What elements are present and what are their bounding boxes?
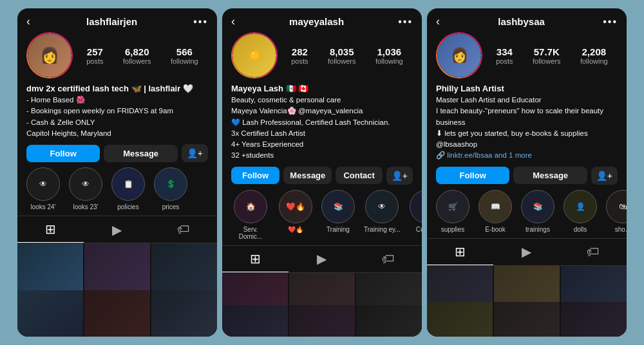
- tab-reels-3[interactable]: ▶: [493, 239, 560, 265]
- photo-cell-1-4[interactable]: [17, 290, 83, 337]
- back-icon-2[interactable]: ‹: [231, 15, 235, 28]
- more-icon-2[interactable]: •••: [398, 16, 413, 28]
- add-person-button-1[interactable]: 👤+: [182, 144, 208, 162]
- avatar-3: 👩: [436, 32, 482, 79]
- message-button-1[interactable]: Message: [104, 145, 177, 162]
- profile-stats-2: ☀️ 282 posts 8,035 followers 1,036 follo…: [222, 32, 422, 84]
- highlights-2: 🏠 Serv. Domic... ❤️🔥 ❤️🔥 📚 Training 👁 Tr…: [222, 190, 422, 245]
- profile-stats-3: 👩 334 posts 57.7K followers 2,208 follow…: [427, 32, 627, 84]
- highlight-fire[interactable]: ❤️🔥 ❤️🔥: [279, 190, 312, 240]
- photo-grid-3: ▶: [427, 266, 627, 337]
- highlight-policies[interactable]: 📋 policies: [111, 167, 145, 210]
- bio-2: Mayeya Lash 🇲🇽 🇨🇦 Beauty, cosmetic & per…: [222, 84, 422, 167]
- bio-link-3[interactable]: 🔗 linktr.ee/lbsaa and 1 more: [436, 151, 532, 159]
- header-2: ‹ mayeyalash •••: [222, 8, 422, 32]
- stat-followers-2: 8,035 followers: [328, 46, 355, 65]
- highlight-prices[interactable]: 💲 prices: [154, 167, 187, 210]
- add-person-icon-2: 👤+: [392, 171, 408, 181]
- phone-mayeyalash: ‹ mayeyalash ••• ☀️ 282 posts 8,035 foll…: [222, 8, 422, 337]
- bio-name-2: Mayeya Lash 🇲🇽 🇨🇦: [231, 84, 413, 93]
- bio-name-1: dmv 2x certified lash tech 🦋 | lashflair…: [26, 84, 208, 93]
- back-icon-1[interactable]: ‹: [26, 15, 30, 28]
- follow-button-3[interactable]: Follow: [436, 167, 509, 184]
- stat-posts-1: 257 posts: [86, 46, 103, 65]
- tab-reels-1[interactable]: ▶: [84, 216, 150, 243]
- highlight-serv[interactable]: 🏠 Serv. Domic...: [231, 190, 270, 240]
- add-person-button-2[interactable]: 👤+: [386, 167, 413, 185]
- message-button-2[interactable]: Message: [283, 167, 332, 184]
- username-3: lashbysaa: [498, 16, 545, 27]
- contact-button-2[interactable]: Contact: [336, 167, 382, 184]
- highlight-shop[interactable]: 🛍 sho...: [606, 190, 627, 233]
- add-person-icon-3: 👤+: [596, 171, 612, 181]
- back-icon-3[interactable]: ‹: [436, 15, 440, 28]
- photo-grid-2: LAS PESTAÑAS NOHACEN DIFERENCIA ▶ ▶: [222, 273, 422, 337]
- grid-icon-1: ⊞: [45, 221, 56, 237]
- username-2: mayeyalash: [289, 16, 344, 27]
- add-person-icon-1: 👤+: [187, 148, 203, 158]
- profile-stats-1: 👩 257 posts 6,820 followers 566 followin…: [17, 32, 217, 84]
- follow-button-2[interactable]: Follow: [231, 167, 279, 184]
- tab-tagged-1[interactable]: 🏷: [151, 216, 217, 243]
- stat-followers-3: 57.7K followers: [533, 46, 560, 65]
- bio-text-3: Master Lash Artist and Educator I teach …: [436, 95, 618, 162]
- tagged-icon-3: 🏷: [587, 245, 600, 259]
- grid-icon-3: ⊞: [455, 244, 466, 259]
- phone-lashbysaa: ‹ lashbysaa ••• 👩 334 posts 57.7K follow…: [427, 8, 627, 337]
- tab-bar-1: ⊞ ▶ 🏷: [17, 216, 217, 243]
- tab-tagged-3[interactable]: 🏷: [560, 239, 627, 265]
- tab-reels-2[interactable]: ▶: [289, 246, 355, 272]
- photo-cell-2-6[interactable]: ▶: [356, 305, 422, 337]
- add-person-button-3[interactable]: 👤+: [591, 167, 618, 185]
- highlights-1: 👁 looks 24' 👁 looks 23' 📋 policies 💲 pri…: [17, 167, 217, 216]
- photo-cell-2-4[interactable]: [222, 305, 288, 337]
- photo-cell-3-4[interactable]: [427, 302, 493, 337]
- stats-group-3: 334 posts 57.7K followers 2,208 followin…: [486, 46, 618, 65]
- photo-cell-2-5[interactable]: [289, 305, 355, 337]
- highlight-ebook[interactable]: 📖 E-book: [478, 190, 512, 233]
- action-buttons-1: Follow Message 👤+: [17, 144, 217, 167]
- message-button-3[interactable]: Message: [513, 167, 587, 184]
- tab-bar-2: ⊞ ▶ 🏷: [222, 245, 422, 273]
- stat-followers-1: 6,820 followers: [123, 46, 151, 65]
- reels-icon-3: ▶: [522, 244, 531, 259]
- grid-icon-2: ⊞: [250, 251, 261, 266]
- header-1: ‹ lashflairjen •••: [17, 8, 217, 32]
- highlight-training-eye[interactable]: 👁 Training ey...: [364, 190, 401, 240]
- bio-3: Philly Lash Artist Master Lash Artist an…: [427, 84, 627, 167]
- phone-lashflairjen: ‹ lashflairjen ••• 👩 257 posts 6,820 fol…: [17, 8, 217, 337]
- header-3: ‹ lashbysaa •••: [427, 8, 627, 32]
- highlight-trainings[interactable]: 📚 trainings: [521, 190, 554, 233]
- highlight-looks23[interactable]: 👁 looks 23': [69, 167, 102, 210]
- more-icon-1[interactable]: •••: [193, 16, 208, 28]
- more-icon-3[interactable]: •••: [603, 16, 618, 28]
- stat-following-1: 566 following: [171, 46, 198, 65]
- username-1: lashflairjen: [86, 16, 137, 27]
- photo-cell-3-6[interactable]: [561, 302, 627, 337]
- phones-container: ‹ lashflairjen ••• 👩 257 posts 6,820 fol…: [10, 1, 634, 344]
- tagged-icon-1: 🏷: [177, 222, 190, 237]
- follow-button-1[interactable]: Follow: [26, 145, 100, 162]
- highlights-3: 🛒 supplies 📖 E-book 📚 trainings 👤 dolls …: [427, 190, 627, 238]
- bio-text-2: Beauty, cosmetic & personal care Mayeya …: [231, 95, 413, 162]
- photo-cell-3-5[interactable]: [494, 302, 560, 337]
- stat-posts-3: 334 posts: [496, 46, 513, 65]
- highlight-looks24[interactable]: 👁 looks 24': [26, 167, 60, 210]
- photo-cell-1-6[interactable]: ▶: [151, 290, 217, 337]
- bio-name-3: Philly Lash Artist: [436, 84, 618, 93]
- stat-following-2: 1,036 following: [375, 46, 403, 65]
- highlight-dolls[interactable]: 👤 dolls: [564, 190, 597, 233]
- tab-tagged-2[interactable]: 🏷: [355, 246, 422, 272]
- bio-1: dmv 2x certified lash tech 🦋 | lashflair…: [17, 84, 217, 144]
- tab-grid-3[interactable]: ⊞: [427, 239, 493, 265]
- tagged-icon-2: 🏷: [382, 252, 395, 266]
- photo-cell-1-5[interactable]: [84, 290, 150, 337]
- tab-grid-1[interactable]: ⊞: [17, 216, 84, 243]
- highlight-training[interactable]: 📚 Training: [321, 190, 355, 240]
- tab-grid-2[interactable]: ⊞: [222, 246, 289, 272]
- highlight-supplies[interactable]: 🛒 supplies: [436, 190, 469, 233]
- stat-following-3: 2,208 following: [580, 46, 608, 65]
- stats-group-2: 282 posts 8,035 followers 1,036 followin…: [281, 46, 413, 65]
- photo-grid-1: ▶ ▶: [17, 243, 217, 337]
- highlight-cursos[interactable]: 🎓 Cursos: [410, 190, 422, 240]
